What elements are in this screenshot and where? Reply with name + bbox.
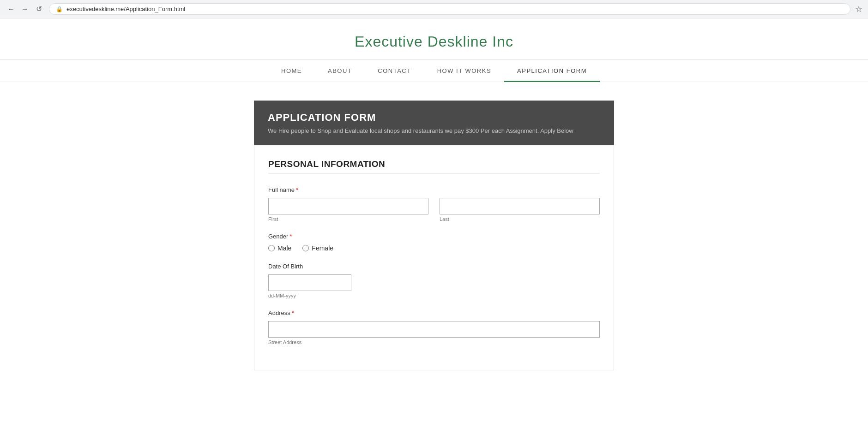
nav-item-application-form[interactable]: APPLICATION FORM [504, 60, 600, 82]
nav-item-about[interactable]: ABOUT [315, 60, 365, 82]
required-star: * [296, 186, 298, 193]
dob-label: Date Of Birth [268, 263, 600, 270]
lock-icon: 🔒 [56, 6, 63, 12]
reload-button[interactable]: ↺ [33, 4, 44, 15]
form-body: PERSONAL INFORMATION Full name* First La… [254, 145, 614, 370]
section-divider [268, 173, 600, 173]
last-name-field: Last [440, 198, 600, 222]
nav-item-contact[interactable]: CONTACT [365, 60, 424, 82]
gender-male-radio[interactable] [268, 245, 275, 251]
address-street-input[interactable] [268, 321, 600, 338]
gender-male-option[interactable]: Male [268, 244, 291, 252]
dob-input[interactable] [268, 274, 351, 291]
address-group: Address* Street Address [268, 309, 600, 345]
main-content: APPLICATION FORM We Hire people to Shop … [245, 101, 623, 370]
nav-item-home[interactable]: HOME [268, 60, 315, 82]
browser-nav-buttons: ← → ↺ [6, 4, 44, 15]
dob-group: Date Of Birth dd-MM-yyyy [268, 263, 600, 298]
last-name-input[interactable] [440, 198, 600, 214]
first-name-input[interactable] [268, 198, 428, 214]
name-fields-row: First Last [268, 198, 600, 222]
site-title: Executive Deskline Inc [9, 33, 859, 50]
forward-button[interactable]: → [19, 4, 30, 15]
dob-format-hint: dd-MM-yyyy [268, 293, 600, 298]
bookmark-star-icon[interactable]: ☆ [855, 4, 862, 14]
url-text: executivedeskline.me/Application_Form.ht… [66, 6, 185, 12]
full-name-label: Full name* [268, 186, 600, 193]
personal-info-title: PERSONAL INFORMATION [268, 159, 600, 169]
nav-bar: HOME ABOUT CONTACT HOW IT WORKS APPLICAT… [0, 59, 868, 82]
address-bar[interactable]: 🔒 executivedeskline.me/Application_Form.… [49, 3, 850, 15]
gender-required-star: * [289, 233, 292, 240]
dob-input-wrapper: dd-MM-yyyy [268, 274, 600, 298]
last-name-sublabel: Last [440, 216, 600, 222]
back-button[interactable]: ← [6, 4, 17, 15]
form-header: APPLICATION FORM We Hire people to Shop … [254, 101, 614, 145]
browser-chrome: ← → ↺ 🔒 executivedeskline.me/Application… [0, 0, 868, 18]
address-label: Address* [268, 309, 600, 316]
site-header: Executive Deskline Inc [0, 18, 868, 59]
gender-female-option[interactable]: Female [302, 244, 333, 252]
first-name-field: First [268, 198, 428, 222]
gender-female-radio[interactable] [302, 245, 309, 251]
gender-radio-group: Male Female [268, 244, 600, 252]
address-required-star: * [292, 309, 294, 316]
full-name-group: Full name* First Last [268, 186, 600, 222]
page-content: Executive Deskline Inc HOME ABOUT CONTAC… [0, 18, 868, 370]
gender-label: Gender* [268, 233, 600, 240]
form-header-subtitle: We Hire people to Shop and Evaluate loca… [268, 127, 600, 134]
first-name-sublabel: First [268, 216, 428, 222]
gender-group: Gender* Male Female [268, 233, 600, 252]
address-street-sublabel: Street Address [268, 339, 600, 345]
nav-item-how-it-works[interactable]: HOW IT WORKS [424, 60, 504, 82]
form-header-title: APPLICATION FORM [268, 112, 600, 124]
